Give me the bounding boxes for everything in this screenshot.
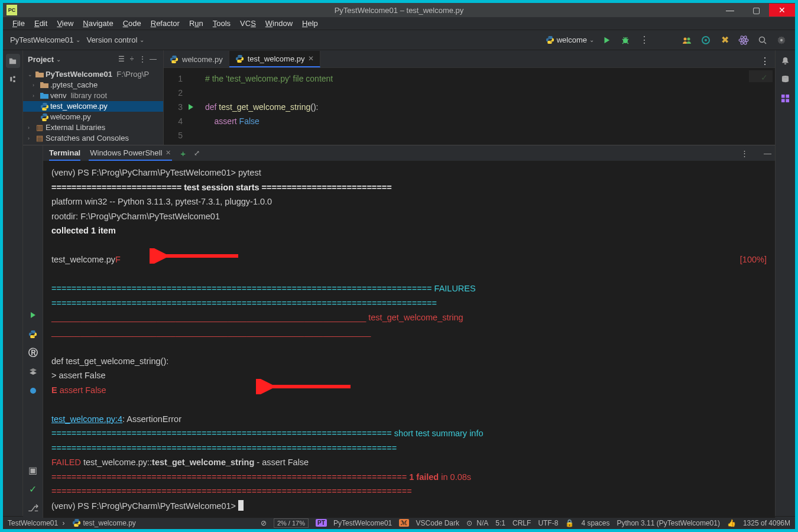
- close-tab-icon[interactable]: ✕: [308, 54, 314, 63]
- terminal-cursor: [238, 500, 244, 511]
- tree-scratches[interactable]: › ▤ Scratches and Consoles: [23, 133, 163, 144]
- run-config-dropdown[interactable]: welcome⌄: [546, 35, 594, 44]
- folder-icon: [40, 82, 49, 89]
- status-indent[interactable]: 4 spaces: [581, 519, 609, 527]
- structure-tool-button[interactable]: ⑆: [6, 72, 20, 86]
- terminal-panel: Ⓡ ▣ ✓ ⎇ Terminal Windows PowerShell ✕: [23, 145, 775, 518]
- python-file-icon: [40, 113, 49, 122]
- editor-tab[interactable]: welcome.py: [164, 51, 229, 67]
- run-tool-icon[interactable]: [27, 309, 40, 322]
- teal-circle-icon[interactable]: [699, 34, 712, 47]
- code-with-me-icon[interactable]: [680, 34, 693, 47]
- folder-lib-icon: [40, 92, 49, 99]
- status-memory[interactable]: 1325 of 4096M: [743, 519, 790, 527]
- editor-tab-label: welcome.py: [182, 55, 223, 64]
- search-icon[interactable]: [756, 34, 769, 47]
- tree-item-label: venv: [50, 91, 66, 100]
- status-position[interactable]: 5:1: [495, 519, 505, 527]
- project-tool-button[interactable]: [6, 54, 20, 68]
- terminal-side-toolbar: Ⓡ ▣ ✓ ⎇: [23, 145, 43, 518]
- menu-code[interactable]: Code: [119, 18, 145, 29]
- terminal-tab-title[interactable]: Terminal: [49, 146, 80, 161]
- menu-view[interactable]: View: [53, 18, 77, 29]
- menu-file[interactable]: File: [9, 18, 28, 29]
- status-project-badge[interactable]: PT PyTestWelcome01: [316, 519, 392, 527]
- atom-icon[interactable]: [737, 34, 750, 47]
- run-gutter-icon[interactable]: [187, 100, 200, 114]
- tree-item-selected[interactable]: test_welcome.py: [23, 101, 163, 112]
- expand-terminal-icon[interactable]: ⤢: [194, 149, 200, 157]
- hide-panel-icon[interactable]: —: [148, 55, 158, 63]
- breadcrumb-project[interactable]: TestWelcome01 ›: [8, 519, 65, 527]
- tree-item[interactable]: welcome.py: [23, 112, 163, 122]
- r-icon[interactable]: Ⓡ: [27, 346, 40, 359]
- chevron-right-icon: ›: [28, 133, 35, 144]
- more-button[interactable]: ⋮: [638, 34, 651, 47]
- status-bar: TestWelcome01 › test_welcome.py ⊘ 2% / 1…: [3, 516, 795, 529]
- editor-tab-active[interactable]: test_welcome.py ✕: [229, 51, 321, 67]
- terminal-options-icon[interactable]: ⋮: [737, 149, 752, 158]
- maximize-button[interactable]: ▢: [743, 4, 769, 17]
- code-editor: welcome.py test_welcome.py ✕ ⋮ 1 2 3: [164, 50, 775, 145]
- error-file-link[interactable]: test_welcome.py:4: [51, 414, 122, 424]
- svg-point-1: [684, 37, 687, 40]
- status-thumb-icon[interactable]: 👍: [727, 519, 736, 527]
- main-toolbar: PyTestWelcome01⌄ Version control⌄ welcom…: [3, 30, 795, 50]
- status-encoding[interactable]: UTF-8: [538, 519, 558, 527]
- editor-tabs-more[interactable]: ⋮: [758, 54, 771, 67]
- project-dropdown[interactable]: PyTestWelcome01⌄: [10, 35, 80, 44]
- menu-refactor[interactable]: Refactor: [147, 18, 183, 29]
- vcs-dropdown[interactable]: Version control⌄: [86, 35, 144, 44]
- tree-root[interactable]: ⌄ PyTestWelcome01 F:\Prog\P: [23, 69, 163, 80]
- tools-icon[interactable]: ✖: [718, 34, 731, 47]
- tree-item[interactable]: › .pytest_cache: [23, 80, 163, 90]
- menu-window[interactable]: Window: [262, 18, 296, 29]
- status-na[interactable]: ⊙ N/A: [466, 519, 488, 527]
- terminal-icon[interactable]: ▣: [27, 463, 40, 476]
- blue-circle-icon[interactable]: [27, 384, 40, 397]
- run-button[interactable]: [600, 34, 613, 47]
- problems-check-icon[interactable]: ✓: [27, 482, 40, 495]
- close-shell-icon[interactable]: ✕: [166, 149, 171, 157]
- menu-edit[interactable]: Edit: [31, 18, 51, 29]
- vcs-icon[interactable]: ⎇: [27, 501, 40, 514]
- tree-item[interactable]: › venv library root: [23, 90, 163, 101]
- close-button[interactable]: ✕: [769, 4, 795, 17]
- terminal-shell-tab[interactable]: Windows PowerShell ✕: [89, 146, 172, 161]
- grid-icon[interactable]: [779, 92, 792, 105]
- debug-button[interactable]: [619, 34, 632, 47]
- status-no-issues-icon[interactable]: ⊘: [261, 519, 267, 527]
- libraries-icon: ▥: [35, 122, 44, 133]
- code-content[interactable]: # the 'test_welcome.py' file content def…: [200, 68, 775, 145]
- tree-external-libs[interactable]: › ▥ External Libraries: [23, 122, 163, 133]
- minimize-button[interactable]: ―: [717, 4, 743, 17]
- new-terminal-icon[interactable]: +: [180, 148, 186, 158]
- status-readonly-icon[interactable]: 🔒: [565, 519, 574, 527]
- settings-icon[interactable]: [775, 34, 788, 47]
- panel-options-icon[interactable]: ⋮: [137, 55, 148, 63]
- svg-rect-15: [781, 94, 785, 98]
- python-console-icon[interactable]: [27, 327, 40, 340]
- notifications-icon[interactable]: [779, 54, 792, 67]
- select-opened-file-icon[interactable]: ☰: [116, 55, 126, 63]
- status-eol[interactable]: CRLF: [512, 519, 531, 527]
- layers-icon[interactable]: [27, 365, 40, 378]
- menu-navigate[interactable]: Navigate: [79, 18, 116, 29]
- menu-help[interactable]: Help: [299, 18, 322, 29]
- database-icon[interactable]: [779, 73, 792, 86]
- status-interpreter[interactable]: Python 3.11 (PyTestWelcome01): [617, 519, 720, 527]
- menu-tools[interactable]: Tools: [209, 18, 234, 29]
- chevron-down-icon[interactable]: ⌄: [56, 56, 61, 63]
- minimap[interactable]: [749, 70, 773, 82]
- terminal-output[interactable]: (venv) PS F:\Prog\PyCharm\PyTestWelcome0…: [43, 161, 775, 518]
- svg-rect-17: [781, 99, 785, 102]
- status-theme[interactable]: ℳ VSCode Dark: [399, 519, 459, 527]
- project-panel: Project ⌄ ☰ ÷ ⋮ — ⌄ PyTestWelcome01 F:\P…: [23, 50, 164, 145]
- menu-vcs[interactable]: VCS: [236, 18, 259, 29]
- python-file-icon: [170, 55, 179, 64]
- breadcrumb-file[interactable]: test_welcome.py: [72, 518, 136, 527]
- hide-terminal-icon[interactable]: —: [760, 149, 775, 158]
- menu-run[interactable]: Run: [186, 18, 207, 29]
- status-progress[interactable]: 2% / 17%: [274, 518, 309, 528]
- expand-all-icon[interactable]: ÷: [126, 55, 137, 63]
